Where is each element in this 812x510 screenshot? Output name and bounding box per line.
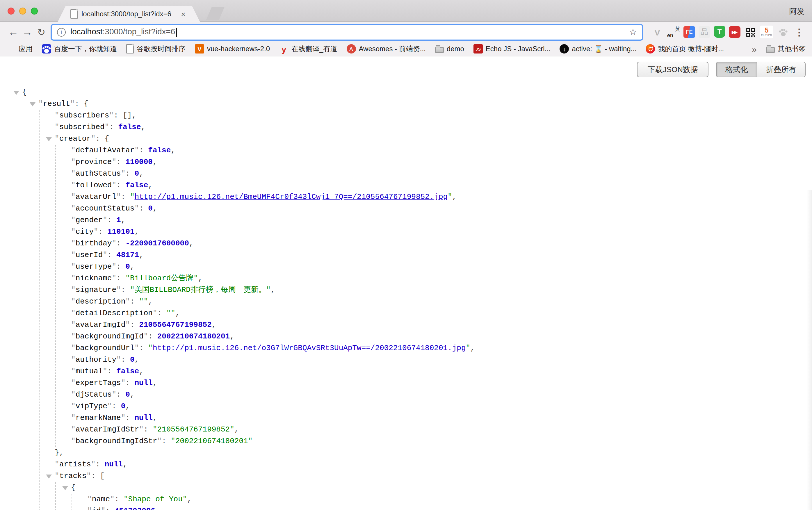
new-tab-button[interactable] (206, 7, 225, 20)
browser-menu-icon[interactable] (793, 26, 806, 38)
json-token: " (125, 321, 130, 329)
speed-icon[interactable] (729, 26, 741, 38)
json-token: , (155, 507, 160, 510)
json-line: "authStatus": 0, (0, 168, 812, 180)
collapse-arrow-icon[interactable] (62, 486, 68, 490)
json-key: gender (76, 216, 103, 224)
bookmark-star-icon[interactable] (629, 27, 637, 37)
bookmark-item-4[interactable]: 在线翻译_有道 (279, 44, 337, 54)
bookmark-item-9[interactable]: 我的首页 微博-随时... (646, 44, 724, 54)
collapse-arrow-icon[interactable] (13, 91, 19, 95)
json-token: " (86, 472, 91, 480)
bookmarks-overflow-chevron[interactable]: » (752, 44, 757, 54)
json-token: : (107, 216, 116, 224)
url-bar[interactable]: localhost:3000/top_list?idx=6 (52, 25, 642, 39)
json-value: [] (123, 111, 132, 120)
json-token: : (162, 437, 171, 446)
json-line: "gender": 1, (0, 215, 812, 226)
json-token: , (175, 309, 180, 318)
json-token: " (38, 99, 43, 108)
tab-close-icon[interactable] (179, 10, 187, 18)
json-token: : (107, 367, 116, 376)
json-value: 110000 (125, 158, 153, 166)
json-token: { (71, 483, 76, 492)
json-key: authStatus (76, 169, 121, 178)
scrollbar[interactable] (807, 190, 812, 510)
json-token: " (71, 158, 76, 166)
json-line: "backgroundImgId": 2002210674180201, (0, 331, 812, 342)
sitemap-icon[interactable] (699, 26, 710, 38)
json-value: 0 (125, 262, 130, 271)
json-token: " (466, 344, 470, 352)
json-line: "tracks": [ (0, 471, 812, 482)
bookmark-item-7[interactable]: Echo JS - JavaScri... (473, 44, 551, 54)
reload-icon[interactable] (34, 25, 48, 39)
json-token: " (130, 286, 135, 294)
json-key: vipType (76, 402, 107, 411)
bookmark-item-3[interactable]: vue-hackernews-2.0 (195, 44, 270, 54)
json-token: , (470, 344, 475, 352)
json-token: " (157, 437, 162, 446)
browser-toolbar: localhost:3000/top_list?idx=6 (0, 22, 812, 42)
json-link[interactable]: http://p1.music.126.net/BmeUMF4Cr0f343lC… (135, 192, 448, 201)
vue-icon[interactable] (651, 26, 664, 38)
json-token: " (103, 367, 107, 376)
window-controls (7, 7, 38, 14)
text-caret (176, 28, 177, 37)
zoom-window-button[interactable] (31, 7, 38, 14)
page-favicon-icon (70, 9, 78, 19)
html5-player-icon[interactable] (760, 26, 773, 38)
json-token: " (71, 355, 76, 364)
json-key: creator (59, 134, 91, 143)
other-bookmarks[interactable]: 其他书签 (766, 44, 806, 54)
json-line: "city": 110101, (0, 226, 812, 238)
bookmark-item-0[interactable]: 应用 (6, 44, 33, 54)
json-key: detailDescription (76, 309, 153, 318)
json-token: , (153, 379, 157, 387)
profile-name[interactable]: 阿发 (789, 6, 805, 17)
json-token: " (71, 309, 76, 318)
bookmark-item-1[interactable]: 百度一下，你就知道 (42, 44, 117, 54)
paw-icon[interactable] (777, 26, 789, 38)
minimize-window-button[interactable] (19, 7, 26, 14)
bookmark-item-2[interactable]: 谷歌按时间排序 (126, 44, 185, 54)
title-bar: localhost:3000/top_list?idx=6 阿发 (0, 0, 812, 22)
collapse-arrow-icon[interactable] (46, 475, 52, 479)
back-icon[interactable] (6, 25, 20, 39)
json-token: " (153, 309, 157, 318)
collapse-arrow-icon[interactable] (46, 137, 52, 141)
page-info-icon[interactable] (57, 28, 66, 36)
json-value: false (148, 146, 171, 155)
json-token: : (115, 495, 124, 504)
json-key: nickname (76, 274, 112, 282)
json-token: " (71, 204, 76, 213)
download-json-button[interactable]: 下载JSON数据 (637, 62, 708, 77)
qrcode-icon[interactable] (744, 26, 757, 38)
tampermonkey-icon[interactable] (714, 26, 725, 38)
json-token: " (144, 297, 148, 306)
url-path: :3000/top_list?idx=6 (103, 27, 175, 36)
close-window-button[interactable] (7, 7, 14, 14)
bookmark-item-8[interactable]: active: ⌛ - waiting... (560, 44, 637, 54)
json-key: userType (76, 262, 112, 271)
tab-title: localhost:3000/top_list?idx=6 (81, 10, 171, 18)
collapse-arrow-icon[interactable] (30, 102, 35, 107)
bookmark-item-5[interactable]: Awesomes - 前端资... (347, 44, 426, 54)
json-line: "signature": "美国BILLBOARD排行榜，每周一更新。", (0, 284, 812, 296)
json-line: "subscribed": false, (0, 122, 812, 133)
fe-icon[interactable] (684, 26, 695, 38)
json-token: " (91, 134, 96, 143)
translate-icon[interactable] (667, 26, 680, 38)
json-view-page: 下载JSON数据 格式化折叠所有 {"result": {"subscriber… (0, 56, 812, 510)
json-token: , (212, 321, 216, 329)
json-link[interactable]: http://p1.music.126.net/o3G7lWrGBQAvSRt3… (153, 344, 466, 352)
json-key: city (76, 228, 94, 236)
bookmark-item-6[interactable]: demo (435, 45, 464, 53)
format-button[interactable]: 格式化 (717, 62, 757, 77)
collapse-all-button[interactable]: 折叠所有 (757, 62, 805, 77)
baidu-icon (42, 44, 51, 54)
browser-tab[interactable]: localhost:3000/top_list?idx=6 (58, 6, 200, 22)
json-token: " (112, 274, 116, 282)
json-key: expertTags (76, 379, 121, 387)
forward-icon[interactable] (20, 25, 34, 39)
